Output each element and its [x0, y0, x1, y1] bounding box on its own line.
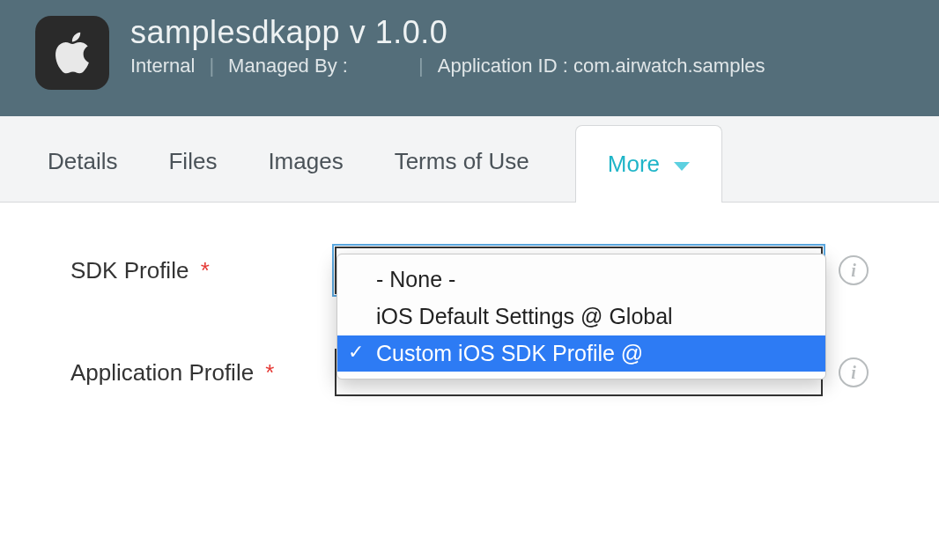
- info-icon[interactable]: i: [839, 255, 869, 285]
- sdk-profile-dropdown: - None - iOS Default Settings @ Global C…: [336, 254, 826, 379]
- tab-bar: Details Files Images Terms of Use More: [0, 116, 939, 203]
- apple-icon: [48, 28, 97, 77]
- dropdown-option-none[interactable]: - None -: [337, 262, 825, 298]
- managed-by-label: Managed By :: [228, 55, 404, 77]
- app-title: samplesdkapp v 1.0.0: [130, 14, 904, 51]
- required-asterisk: *: [201, 257, 210, 284]
- sdk-profile-label-text: SDK Profile: [70, 257, 189, 284]
- chevron-down-icon: [674, 162, 690, 171]
- required-asterisk: *: [265, 359, 274, 386]
- meta-divider: |: [209, 55, 214, 77]
- tab-files[interactable]: Files: [163, 122, 222, 202]
- tab-images[interactable]: Images: [262, 122, 348, 202]
- tab-terms-of-use[interactable]: Terms of Use: [389, 122, 535, 202]
- application-profile-label-text: Application Profile: [70, 359, 254, 386]
- dropdown-option-custom-ios[interactable]: Custom iOS SDK Profile @: [337, 335, 825, 372]
- application-profile-label: Application Profile *: [70, 359, 335, 387]
- meta-divider: |: [418, 55, 424, 77]
- app-header: samplesdkapp v 1.0.0 Internal | Managed …: [0, 0, 939, 116]
- sdk-profile-label: SDK Profile *: [70, 257, 335, 284]
- tab-more-label: More: [608, 151, 660, 178]
- header-text: samplesdkapp v 1.0.0 Internal | Managed …: [130, 11, 904, 77]
- deployment-type: Internal: [130, 55, 195, 77]
- header-meta: Internal | Managed By : | Application ID…: [130, 55, 904, 77]
- dropdown-option-ios-default[interactable]: iOS Default Settings @ Global: [337, 298, 825, 335]
- tab-more[interactable]: More: [575, 125, 722, 203]
- tab-details[interactable]: Details: [42, 122, 122, 202]
- info-icon[interactable]: i: [839, 357, 869, 387]
- apple-logo-icon: [35, 16, 109, 90]
- app-id-label: Application ID : com.airwatch.samples: [438, 55, 765, 77]
